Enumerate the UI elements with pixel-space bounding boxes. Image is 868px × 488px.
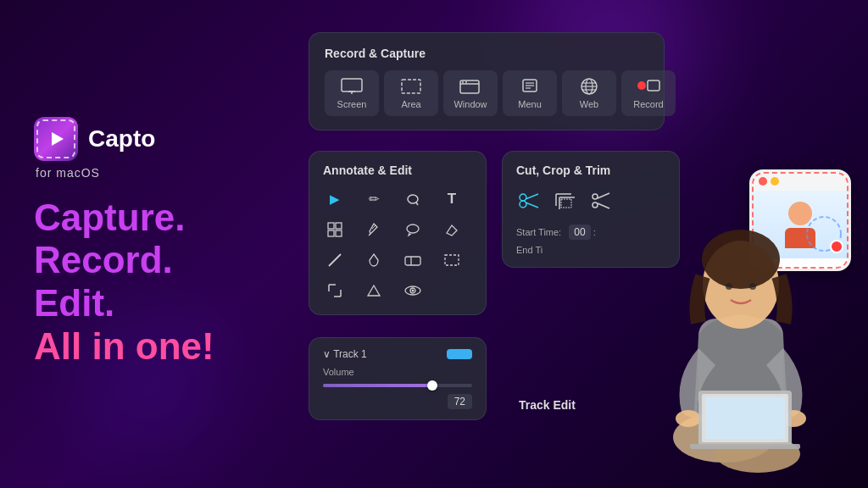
avatar-minimize-dot <box>771 177 779 186</box>
track-header: ∨ Track 1 <box>323 348 472 360</box>
pen-tool[interactable] <box>362 218 386 241</box>
svg-rect-44 <box>561 199 571 208</box>
svg-line-39 <box>526 202 538 208</box>
record-capture-card: Record & Capture Screen <box>309 32 665 130</box>
svg-rect-21 <box>336 230 342 236</box>
pencil-tool[interactable]: ✏ <box>362 187 386 211</box>
end-time-row: End Ti <box>516 245 665 255</box>
menu-tool-label: Menu <box>518 99 542 109</box>
logo-area: Capto <box>34 117 322 161</box>
svg-rect-62 <box>705 397 785 439</box>
slider-fill <box>323 384 431 387</box>
eraser-tool[interactable] <box>440 218 464 241</box>
track-edit-label: Track Edit <box>519 398 576 412</box>
svg-point-55 <box>726 283 732 290</box>
menu-tool-btn[interactable]: Menu <box>503 70 557 116</box>
crop-corner-tool[interactable] <box>323 279 347 302</box>
svg-point-37 <box>520 201 526 208</box>
triangle-tool[interactable] <box>362 279 386 302</box>
svg-point-56 <box>749 283 756 290</box>
svg-point-51 <box>715 435 800 473</box>
tagline-line4: All in one! <box>34 325 322 369</box>
annotate-edit-card: Annotate & Edit ▶ ✏ T <box>309 151 487 315</box>
svg-rect-18 <box>328 223 334 229</box>
web-tool-btn[interactable]: Web <box>562 70 616 116</box>
slider-thumb[interactable] <box>427 380 437 391</box>
start-time-value: 00 <box>569 225 590 240</box>
svg-rect-60 <box>702 394 788 442</box>
volume-label: Volume <box>323 367 472 377</box>
cut-crop-card: Cut, Crop & Trim Start Time: 00 : End Ti <box>502 151 680 268</box>
svg-rect-27 <box>445 255 459 265</box>
avatar-record-dot <box>830 240 843 253</box>
svg-rect-3 <box>402 80 420 93</box>
start-time-row: Start Time: 00 : <box>516 225 665 240</box>
window-tool-btn[interactable]: Window <box>443 70 498 116</box>
grid-tool[interactable] <box>323 218 347 241</box>
dashed-rect-tool[interactable] <box>440 248 464 272</box>
svg-rect-61 <box>690 444 800 449</box>
line-tool[interactable] <box>323 248 347 272</box>
record-tool-btn[interactable]: Record <box>621 70 676 116</box>
svg-line-48 <box>598 203 609 208</box>
capture-tools-row: Screen Area <box>325 70 648 116</box>
avatar-card <box>749 169 851 271</box>
area-tool-label: Area <box>401 99 420 109</box>
svg-rect-17 <box>648 80 659 91</box>
volume-slider[interactable] <box>323 384 472 387</box>
svg-point-36 <box>520 194 526 201</box>
left-panel: Capto for macOS Capture. Record. Edit. A… <box>34 0 322 488</box>
svg-rect-25 <box>405 257 420 265</box>
svg-marker-32 <box>368 286 380 296</box>
annotate-tools-grid: ▶ ✏ T <box>323 187 472 302</box>
svg-point-23 <box>407 225 419 233</box>
window-tool-label: Window <box>453 99 487 109</box>
speech-tool[interactable] <box>401 218 425 241</box>
screen-tool-btn[interactable]: Screen <box>325 70 379 116</box>
app-logo <box>34 117 78 161</box>
lasso-tool[interactable] <box>401 187 425 211</box>
screen-icon <box>340 77 364 96</box>
tagline-line3: Edit. <box>34 282 322 325</box>
end-time-label: End Ti <box>516 245 542 255</box>
drop-tool[interactable] <box>362 248 386 272</box>
screen-tool-label: Screen <box>337 99 367 109</box>
svg-point-50 <box>673 412 775 463</box>
track-chip <box>447 349 472 359</box>
svg-point-6 <box>462 81 464 83</box>
right-panel: Record & Capture Screen <box>292 0 868 488</box>
svg-point-7 <box>465 81 467 83</box>
eye-tool[interactable] <box>401 279 425 302</box>
svg-line-38 <box>526 194 538 199</box>
web-icon <box>577 77 601 96</box>
area-tool-btn[interactable]: Area <box>384 70 438 116</box>
text-tool[interactable]: T <box>440 187 464 211</box>
svg-line-24 <box>329 254 341 266</box>
svg-rect-59 <box>698 391 792 446</box>
avatar-card-header <box>752 172 849 191</box>
avatar-close-dot <box>759 177 767 186</box>
svg-point-35 <box>412 290 415 292</box>
area-icon <box>399 77 423 96</box>
scissors-tool[interactable] <box>587 187 615 214</box>
record-capture-title: Record & Capture <box>325 47 648 60</box>
menu-icon <box>518 77 542 96</box>
window-icon <box>459 77 482 96</box>
annotate-title: Annotate & Edit <box>323 164 472 177</box>
cut-scissors-left-tool[interactable] <box>516 187 543 214</box>
track-card: ∨ Track 1 Volume 72 <box>309 337 487 420</box>
svg-point-46 <box>593 202 598 208</box>
crop-tool[interactable] <box>552 187 579 214</box>
svg-rect-19 <box>336 223 342 229</box>
svg-rect-0 <box>342 79 362 92</box>
cut-tools-row <box>516 187 665 214</box>
app-name: Capto <box>88 125 155 152</box>
web-tool-label: Web <box>580 99 598 109</box>
tagline-line2: Record. <box>34 239 322 282</box>
svg-point-45 <box>593 194 598 199</box>
record-tool-label: Record <box>633 99 663 109</box>
rubber-tool[interactable] <box>401 248 425 272</box>
arrow-tool[interactable]: ▶ <box>323 187 347 211</box>
svg-rect-52 <box>698 319 783 429</box>
svg-line-47 <box>598 193 609 198</box>
